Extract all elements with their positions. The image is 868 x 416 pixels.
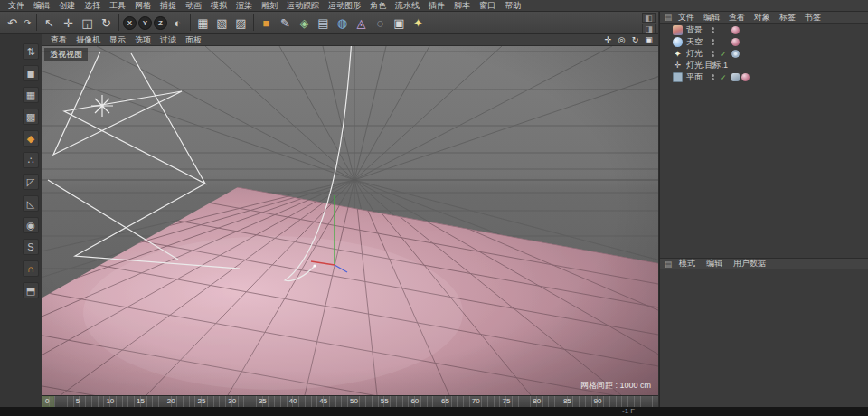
timeline-tick-85[interactable]: 85 [563, 397, 571, 405]
menu-item-2[interactable]: 创建 [54, 0, 80, 12]
menu-item-16[interactable]: 脚本 [449, 0, 475, 12]
object-manager-panel-icon[interactable]: ▤ [663, 13, 674, 22]
volume-icon[interactable]: ◍ [333, 14, 352, 33]
timeline-tick-90[interactable]: 90 [594, 397, 602, 405]
menu-item-13[interactable]: 角色 [365, 0, 391, 12]
deformer-icon[interactable]: ◬ [352, 14, 371, 33]
undo-icon[interactable]: ↶ [3, 14, 22, 33]
timeline-tick-45[interactable]: 45 [319, 397, 327, 405]
object-row[interactable]: 灯光✓ [660, 48, 868, 60]
timeline-tick-15[interactable]: 15 [137, 397, 145, 405]
camera-icon[interactable]: ▣ [390, 14, 409, 33]
timeline-tick-20[interactable]: 20 [167, 397, 175, 405]
pan-view-icon[interactable]: ✛ [602, 35, 614, 44]
visibility-dots[interactable] [712, 61, 714, 71]
z-axis-lock-button[interactable]: Z [154, 16, 167, 30]
move-tool-icon[interactable]: ✛ [59, 14, 78, 33]
menu-item-5[interactable]: 网格 [130, 0, 156, 12]
object-name[interactable]: 灯光 [686, 48, 703, 60]
viewport-menu-2[interactable]: 显示 [105, 34, 130, 46]
workplane-mode-icon[interactable]: ▩ [23, 109, 39, 125]
om-menu-3[interactable]: 对象 [750, 12, 775, 24]
model-mode-icon[interactable]: ◼ [23, 65, 39, 81]
viewport-view-label[interactable]: 透视视图 [44, 48, 88, 61]
menu-item-9[interactable]: 渲染 [231, 0, 257, 12]
timeline-tick-5[interactable]: 5 [76, 397, 80, 405]
viewport-canvas[interactable]: 透视视图 网格间距 : 1000 cm [42, 46, 658, 395]
menu-item-8[interactable]: 模拟 [206, 0, 231, 12]
object-name[interactable]: 灯光.目标.1 [686, 60, 728, 71]
menu-item-11[interactable]: 运动跟踪 [282, 0, 324, 12]
timeline-tick-0[interactable]: 0 [45, 397, 49, 405]
menu-item-14[interactable]: 流水线 [391, 0, 424, 12]
render-settings-icon[interactable]: ▨ [231, 14, 250, 33]
viewport-menu-3[interactable]: 选项 [130, 34, 156, 46]
snap-toggle-icon[interactable]: S [23, 239, 39, 255]
menu-item-6[interactable]: 捕捉 [156, 0, 181, 12]
menu-item-17[interactable]: 窗口 [475, 0, 500, 12]
light-icon[interactable]: ✦ [409, 14, 428, 33]
menu-item-15[interactable]: 插件 [424, 0, 449, 12]
axis-mode-icon[interactable]: ◆ [23, 130, 39, 147]
timeline-tick-30[interactable]: 30 [228, 397, 236, 405]
timeline-tick-40[interactable]: 40 [289, 397, 297, 405]
object-name[interactable]: 平面 [686, 71, 703, 83]
am-tab-0[interactable]: 模式 [674, 258, 701, 269]
scale-tool-icon[interactable]: ◱ [78, 14, 97, 33]
om-menu-1[interactable]: 编辑 [699, 12, 724, 24]
menu-item-18[interactable]: 帮助 [500, 0, 525, 12]
menu-item-3[interactable]: 选择 [80, 0, 105, 12]
material-tag[interactable] [741, 73, 750, 81]
visibility-dots[interactable] [712, 37, 714, 47]
visibility-dots[interactable] [712, 72, 714, 82]
edges-mode-icon[interactable]: ◸ [23, 174, 39, 190]
viewport-menu-0[interactable]: 查看 [46, 34, 71, 46]
spline-pen-icon[interactable]: ✎ [276, 14, 295, 33]
enabled-check-icon[interactable]: ✓ [720, 73, 727, 82]
object-row[interactable]: 天空 [660, 36, 868, 48]
render-picture-viewer-icon[interactable]: ▧ [212, 14, 231, 33]
timeline-tick-25[interactable]: 25 [198, 397, 206, 405]
primitive-cube-icon[interactable]: ■ [257, 14, 276, 33]
am-tab-2[interactable]: 用户数据 [728, 258, 771, 269]
rotate-tool-icon[interactable]: ↻ [97, 14, 116, 33]
magnet-snap-icon[interactable]: ∩ [23, 260, 39, 277]
object-row[interactable]: 背景 [660, 24, 868, 36]
timeline-tick-35[interactable]: 35 [259, 397, 267, 405]
om-menu-0[interactable]: 文件 [674, 12, 699, 24]
environment-icon[interactable]: ◌ [371, 14, 390, 33]
subdivision-surface-icon[interactable]: ◈ [295, 14, 314, 33]
layout-panel-top-icon[interactable]: ◧ [642, 13, 656, 23]
timeline-tick-65[interactable]: 65 [441, 397, 449, 405]
om-menu-5[interactable]: 书签 [800, 12, 826, 24]
phong-tag[interactable] [731, 73, 740, 81]
menu-item-12[interactable]: 运动图形 [324, 0, 365, 12]
attribute-manager-panel-icon[interactable]: ▤ [663, 260, 674, 269]
coordinate-system-icon[interactable]: ◐ [168, 14, 187, 33]
timeline-tick-70[interactable]: 70 [472, 397, 480, 405]
menu-item-1[interactable]: 编辑 [29, 0, 54, 12]
tweak-mode-icon[interactable]: ◉ [23, 217, 39, 233]
y-axis-lock-button[interactable]: Y [138, 16, 152, 30]
menu-item-4[interactable]: 工具 [105, 0, 130, 12]
toggle-view-icon[interactable]: ▣ [643, 35, 655, 44]
timeline-ruler[interactable]: 051015202530354045505560657075808590 [42, 395, 658, 407]
polygons-mode-icon[interactable]: ◺ [23, 195, 39, 212]
viewport-menu-5[interactable]: 面板 [181, 34, 206, 46]
om-menu-2[interactable]: 查看 [724, 12, 750, 24]
timeline-tick-75[interactable]: 75 [503, 397, 511, 405]
viewport-menu-1[interactable]: 摄像机 [71, 34, 105, 46]
timeline-tick-50[interactable]: 50 [350, 397, 358, 405]
viewport-menu-4[interactable]: 过滤 [156, 34, 181, 46]
material-tag[interactable] [731, 38, 740, 46]
menu-item-0[interactable]: 文件 [4, 0, 29, 12]
layout-switch[interactable]: ◧◨ [642, 13, 656, 33]
x-axis-lock-button[interactable]: X [123, 16, 137, 30]
timeline-tick-80[interactable]: 80 [533, 397, 541, 405]
enabled-check-icon[interactable]: ✓ [720, 50, 727, 59]
om-menu-4[interactable]: 标签 [775, 12, 800, 24]
timeline-tick-55[interactable]: 55 [381, 397, 389, 405]
am-tab-1[interactable]: 编辑 [701, 258, 728, 269]
redo-icon[interactable]: ↷ [22, 14, 33, 33]
array-generator-icon[interactable]: ▤ [314, 14, 333, 33]
